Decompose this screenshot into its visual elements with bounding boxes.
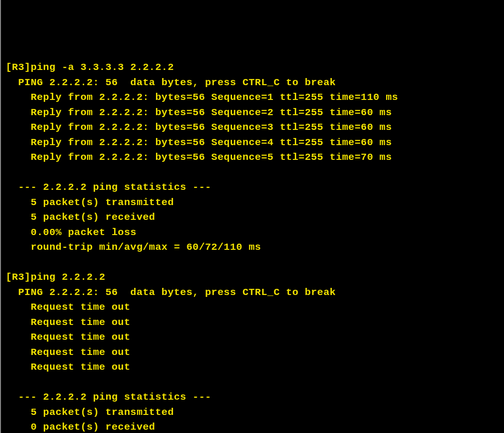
output-line: --- 2.2.2.2 ping statistics --- [6, 392, 211, 403]
output-line: 5 packet(s) received [6, 212, 155, 223]
output-line: Reply from 2.2.2.2: bytes=56 Sequence=4 … [6, 137, 392, 148]
output-line: Request time out [6, 302, 130, 313]
output-line: PING 2.2.2.2: 56 data bytes, press CTRL_… [6, 77, 336, 88]
output-line: 0 packet(s) received [6, 422, 155, 433]
output-line: round-trip min/avg/max = 60/72/110 ms [6, 242, 261, 253]
output-line: 0.00% packet loss [6, 227, 136, 238]
output-line: Request time out [6, 347, 130, 358]
output-line: Reply from 2.2.2.2: bytes=56 Sequence=1 … [6, 92, 398, 103]
output-line: --- 2.2.2.2 ping statistics --- [6, 182, 211, 193]
output-line: PING 2.2.2.2: 56 data bytes, press CTRL_… [6, 287, 336, 298]
output-line: 5 packet(s) transmitted [6, 407, 174, 418]
output-line: Reply from 2.2.2.2: bytes=56 Sequence=2 … [6, 107, 392, 118]
output-line: Request time out [6, 317, 130, 328]
terminal-output[interactable]: [R3]ping -a 3.3.3.3 2.2.2.2 PING 2.2.2.2… [1, 60, 504, 433]
output-line: [R3]ping -a 3.3.3.3 2.2.2.2 [6, 62, 174, 73]
output-line: Request time out [6, 362, 130, 373]
output-line: Reply from 2.2.2.2: bytes=56 Sequence=5 … [6, 152, 392, 163]
output-line: Reply from 2.2.2.2: bytes=56 Sequence=3 … [6, 122, 392, 133]
output-line: Request time out [6, 332, 130, 343]
output-line: 5 packet(s) transmitted [6, 197, 174, 208]
output-line: [R3]ping 2.2.2.2 [6, 272, 106, 283]
